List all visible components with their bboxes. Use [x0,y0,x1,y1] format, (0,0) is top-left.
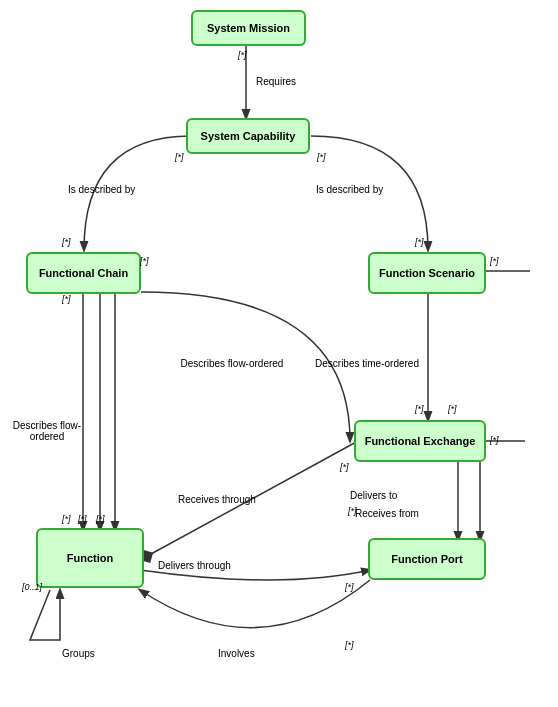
describes-time-label: Describes time-ordered [302,358,432,369]
delivers-to-label: Delivers to [350,490,397,501]
mult-fc-3: [*] [62,294,71,304]
mult-fn-2: [*] [78,514,87,524]
mult-fe-fn: [*] [348,506,357,516]
function-port-node: Function Port [368,538,486,580]
function-node: Function [36,528,144,588]
is-described-by-right-label: Is described by [316,184,383,195]
mult-fn-3: [*] [96,514,105,524]
mult-fe-right: [*] [490,435,499,445]
mult-fn-01: [0..1] [22,582,42,592]
groups-label: Groups [62,648,95,659]
mult-fe-1: [*] [415,404,424,414]
mult-mission-1: [*] [238,50,247,60]
mult-fs-1: [*] [415,237,424,247]
receives-from-label: Receives from [355,508,419,519]
mult-fe-3: [*] [448,404,457,414]
mult-fp-1: [*] [345,582,354,592]
mult-fp-2: [*] [345,640,354,650]
arrows-svg [0,0,558,707]
is-described-by-left-label: Is described by [68,184,135,195]
functional-chain-node: Functional Chain [26,252,141,294]
delivers-through-label: Delivers through [158,560,231,571]
mult-fs-right: [*] [490,256,499,266]
mult-cap-left: [*] [175,152,184,162]
mult-fn-1: [*] [62,514,71,524]
receives-through-label: Receives through [178,494,256,505]
system-capability-node: System Capability [186,118,310,154]
system-mission-node: System Mission [191,10,306,46]
mult-fc-1: [*] [62,237,71,247]
requires-label: Requires [256,76,296,87]
mult-fe-4: [*] [340,462,349,472]
function-scenario-node: Function Scenario [368,252,486,294]
involves-label: Involves [218,648,255,659]
diagram-container: System Mission System Capability Functio… [0,0,558,707]
functional-exchange-node: Functional Exchange [354,420,486,462]
describes-flow-1-label: Describes flow-ordered [162,358,302,369]
describes-flow-2-label: Describes flow-ordered [2,420,92,442]
mult-fc-2: [*] [140,256,149,266]
mult-cap-right: [*] [317,152,326,162]
